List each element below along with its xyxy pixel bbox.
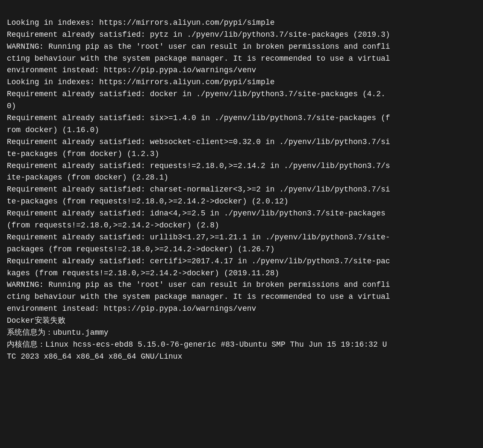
terminal-line: Requirement already satisfied: six>=1.4.…	[7, 112, 476, 124]
terminal-line: Looking in indexes: https://mirrors.aliy…	[7, 77, 476, 88]
terminal-line: te-packages (from docker) (1.2.3)	[7, 148, 476, 160]
terminal-line: ite-packages (from docker) (2.28.1)	[7, 172, 476, 184]
terminal-line: 内核信息：Linux hcss-ecs-ebd8 5.15.0-76-gener…	[7, 339, 476, 351]
terminal-line: packages (from requests!=2.18.0,>=2.14.2…	[7, 244, 476, 256]
terminal-line: Requirement already satisfied: charset-n…	[7, 184, 476, 196]
terminal-line: cting behaviour with the system package …	[7, 53, 476, 65]
terminal-line: te-packages (from requests!=2.18.0,>=2.1…	[7, 196, 476, 208]
terminal-line: Requirement already satisfied: docker in…	[7, 88, 476, 100]
terminal-line: 系统信息为：ubuntu.jammy	[7, 327, 476, 339]
terminal-line: (from requests!=2.18.0,>=2.14.2->docker)…	[7, 220, 476, 232]
terminal-line: Requirement already satisfied: websocket…	[7, 136, 476, 148]
terminal-line: environment instead: https://pip.pypa.io…	[7, 303, 476, 315]
terminal-line: WARNING: Running pip as the 'root' user …	[7, 41, 476, 53]
terminal-line: Requirement already satisfied: certifi>=…	[7, 256, 476, 268]
terminal-line: cting behaviour with the system package …	[7, 291, 476, 303]
terminal-line: TC 2023 x86_64 x86_64 x86_64 GNU/Linux	[7, 351, 476, 363]
terminal-line: Requirement already satisfied: idna<4,>=…	[7, 208, 476, 220]
terminal-line: kages (from requests!=2.18.0,>=2.14.2->d…	[7, 268, 476, 280]
terminal-line: Looking in indexes: https://mirrors.aliy…	[7, 17, 476, 29]
terminal-line: Docker安装失败	[7, 315, 476, 327]
terminal-output: Looking in indexes: https://mirrors.aliy…	[7, 5, 476, 363]
terminal-line: Requirement already satisfied: requests!…	[7, 160, 476, 172]
terminal-line: WARNING: Running pip as the 'root' user …	[7, 279, 476, 291]
terminal-line: 0)	[7, 100, 476, 112]
terminal-line: Requirement already satisfied: pytz in .…	[7, 29, 476, 41]
terminal-line: rom docker) (1.16.0)	[7, 124, 476, 136]
terminal-line: Requirement already satisfied: urllib3<1…	[7, 232, 476, 244]
terminal-line: environment instead: https://pip.pypa.io…	[7, 65, 476, 77]
